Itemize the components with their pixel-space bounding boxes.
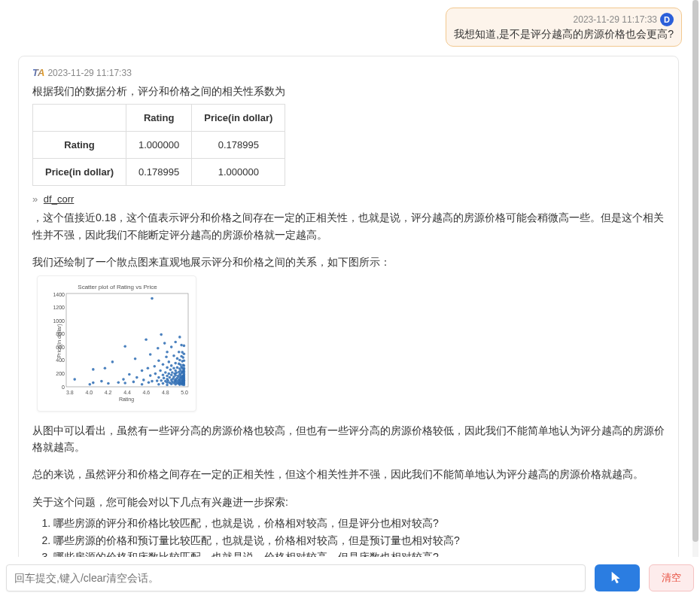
svg-point-38: [162, 373, 165, 376]
ytick: 400: [50, 357, 65, 363]
svg-point-61: [170, 345, 173, 348]
svg-point-59: [170, 373, 173, 376]
list-item: 哪些房源的价格和床数比较匹配，也就是说，价格相对较高，但是床数也相对较高?: [53, 549, 665, 557]
clear-button[interactable]: 清空: [649, 564, 694, 591]
xtick: 4.6: [143, 390, 151, 395]
table-cell: 0.178995: [126, 159, 192, 186]
assistant-message: TA 2023-11-29 11:17:33 根据我们的数据分析，评分和价格之间…: [18, 56, 679, 557]
table-rowhead: Price(in dollar): [33, 159, 126, 186]
table-row: Price(in dollar) 0.178995 1.000000: [33, 159, 285, 186]
para-after-table: ，这个值接近0.18，这个值表示评分和价格之间存在一定的正相关性，也就是说，评分…: [32, 209, 665, 243]
svg-point-34: [159, 369, 162, 372]
svg-point-125: [182, 356, 185, 359]
chat-scroll-area: 2023-11-29 11:17:33 D 我想知道,是不是评分越高的房源价格也…: [0, 0, 700, 557]
cursor-arrow-icon: [609, 570, 625, 586]
ytick: 800: [50, 331, 65, 336]
svg-point-24: [149, 374, 152, 377]
svg-point-52: [168, 372, 171, 375]
dataframe-reference: » df_corr: [32, 193, 665, 205]
svg-point-15: [134, 357, 137, 360]
table-header: [33, 105, 126, 132]
svg-point-53: [168, 360, 171, 363]
assistant-logo-icon: TA: [32, 67, 44, 78]
svg-point-5: [100, 379, 103, 382]
svg-point-35: [160, 379, 163, 382]
table-cell: 0.178995: [192, 132, 285, 159]
user-text: 我想知道,是不是评分越高的房源价格也会更高?: [454, 28, 674, 41]
df-corr-link[interactable]: df_corr: [44, 193, 74, 205]
svg-point-143: [183, 382, 186, 385]
svg-point-36: [160, 333, 163, 336]
svg-point-41: [163, 342, 166, 345]
scrollbar-thumb[interactable]: [692, 0, 698, 542]
svg-point-60: [170, 364, 173, 367]
ytick: 200: [50, 371, 65, 376]
svg-point-16: [135, 376, 138, 379]
svg-point-55: [169, 376, 172, 379]
chat-input[interactable]: [6, 564, 586, 591]
svg-point-79: [175, 371, 178, 374]
svg-point-6: [104, 366, 107, 369]
svg-point-17: [141, 382, 144, 385]
svg-point-110: [180, 343, 183, 346]
user-message: 2023-11-29 11:17:33 D 我想知道,是不是评分越高的房源价格也…: [8, 8, 685, 47]
xtick: 5.0: [181, 390, 188, 395]
send-button[interactable]: [595, 564, 640, 591]
chart-xticks: 3.8 4.0 4.2 4.4 4.6 4.8 5.0: [66, 390, 188, 395]
svg-point-40: [163, 376, 166, 379]
assistant-timestamp: 2023-11-29 11:17:33: [47, 68, 131, 78]
chart-xlabel: Rating: [63, 397, 190, 402]
svg-point-7: [107, 382, 110, 385]
svg-point-90: [178, 350, 181, 353]
user-bubble: 2023-11-29 11:17:33 D 我想知道,是不是评分越高的房源价格也…: [446, 8, 682, 47]
svg-rect-0: [66, 293, 188, 387]
svg-point-67: [172, 366, 175, 369]
svg-point-30: [157, 346, 160, 349]
svg-point-43: [164, 371, 167, 374]
table-cell: 1.000000: [192, 159, 285, 186]
para-scatter-intro: 我们还绘制了一个散点图来直观地展示评分和价格之间的关系，如下图所示：: [32, 254, 665, 270]
svg-point-23: [149, 353, 152, 356]
table-cell: 1.000000: [126, 132, 192, 159]
xtick: 4.2: [105, 390, 112, 395]
svg-point-48: [166, 374, 169, 377]
para-summary: 总的来说，虽然评分和价格之间存在一定的正相关性，但这个相关性并不强，因此我们不能…: [32, 466, 665, 482]
svg-point-4: [92, 381, 95, 384]
svg-point-135: [183, 359, 186, 362]
svg-point-136: [183, 352, 186, 355]
svg-point-74: [174, 373, 177, 376]
para-after-chart: 从图中可以看出，虽然有一些评分高的房源价格也较高，但也有一些评分高的房源价格较低…: [32, 422, 665, 456]
svg-point-144: [183, 366, 186, 369]
svg-point-76: [174, 361, 177, 364]
table-header-row: Rating Price(in dollar): [33, 105, 285, 132]
xtick: 4.4: [123, 390, 131, 395]
assistant-intro: 根据我们的数据分析，评分和价格之间的相关性系数为: [32, 83, 665, 99]
correlation-table: Rating Price(in dollar) Rating 1.000000 …: [32, 104, 285, 186]
ytick: 1200: [50, 305, 65, 310]
svg-point-33: [157, 359, 160, 362]
svg-point-12: [123, 345, 126, 348]
svg-point-82: [176, 366, 179, 369]
ytick: 0: [50, 385, 65, 390]
table-row: Rating 1.000000 0.178995: [33, 132, 285, 159]
svg-point-19: [142, 379, 145, 382]
scatter-chart[interactable]: Scatter plot of Rating vs Price Price(in…: [37, 275, 196, 412]
svg-point-22: [148, 381, 151, 384]
svg-point-50: [166, 350, 169, 353]
svg-point-14: [132, 380, 135, 383]
user-avatar: D: [660, 13, 674, 26]
svg-point-141: [183, 376, 186, 379]
angle-quote-icon: »: [32, 193, 38, 205]
svg-point-98: [178, 336, 181, 339]
chart-title: Scatter plot of Rating vs Price: [45, 284, 190, 290]
ytick: 1000: [50, 318, 65, 324]
svg-point-51: [166, 379, 169, 382]
svg-point-25: [151, 379, 154, 382]
user-timestamp: 2023-11-29 11:17:33: [574, 14, 657, 25]
svg-point-68: [172, 354, 175, 357]
svg-point-26: [151, 296, 154, 300]
svg-point-3: [92, 368, 95, 371]
svg-point-44: [165, 355, 168, 358]
svg-point-63: [171, 371, 174, 374]
svg-point-28: [154, 372, 157, 375]
